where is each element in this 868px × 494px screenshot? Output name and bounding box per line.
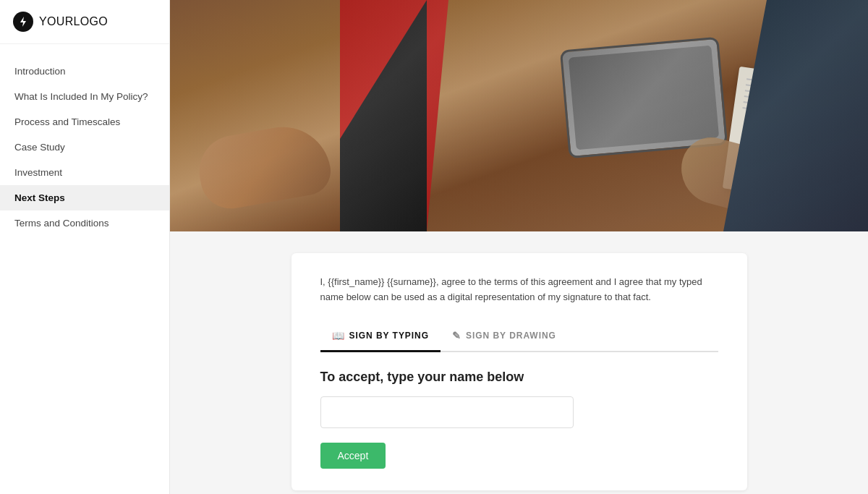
logo-area: YOURLOGO	[0, 0, 169, 44]
logo-light: LOGO	[74, 15, 109, 27]
hero-image	[170, 0, 868, 231]
tab-sign-by-drawing[interactable]: ✎ SIGN BY DRAWING	[441, 323, 568, 352]
logo-bold: YOUR	[39, 15, 74, 27]
signature-card: I, {{first_name}} {{surname}}, agree to …	[292, 253, 747, 490]
sidebar-navigation: Introduction What Is Included In My Poli…	[0, 44, 169, 494]
sidebar-item-what-is-included[interactable]: What Is Included In My Policy?	[0, 84, 169, 109]
name-input[interactable]	[320, 396, 574, 428]
sidebar-item-case-study[interactable]: Case Study	[0, 135, 169, 160]
tab-sign-by-typing-label: SIGN BY TYPING	[349, 331, 429, 341]
type-name-label: To accept, type your name below	[320, 370, 718, 385]
lightning-bolt-icon	[17, 16, 29, 27]
main-content: I, {{first_name}} {{surname}}, agree to …	[170, 0, 868, 494]
sidebar-item-introduction[interactable]: Introduction	[0, 59, 169, 84]
logo-text: YOURLOGO	[39, 15, 108, 28]
signature-tabs: 📖 SIGN BY TYPING ✎ SIGN BY DRAWING	[320, 323, 718, 352]
agreement-text: I, {{first_name}} {{surname}}, agree to …	[320, 275, 718, 305]
overlay	[170, 0, 868, 231]
sidebar-item-process-timescales[interactable]: Process and Timescales	[0, 109, 169, 135]
sidebar-item-terms-conditions[interactable]: Terms and Conditions	[0, 210, 169, 236]
tab-sign-by-typing[interactable]: 📖 SIGN BY TYPING	[320, 323, 441, 352]
accept-button[interactable]: Accept	[320, 443, 386, 469]
book-icon: 📖	[332, 330, 345, 341]
pen-icon: ✎	[452, 330, 461, 341]
sidebar-item-investment[interactable]: Investment	[0, 160, 169, 185]
tab-sign-by-drawing-label: SIGN BY DRAWING	[466, 331, 556, 341]
sidebar-item-next-steps[interactable]: Next Steps	[0, 185, 169, 210]
tab-divider	[568, 323, 718, 351]
svg-marker-0	[20, 17, 26, 27]
sidebar: YOURLOGO Introduction What Is Included I…	[0, 0, 170, 494]
form-container: I, {{first_name}} {{surname}}, agree to …	[170, 231, 868, 494]
logo-icon	[13, 12, 33, 32]
